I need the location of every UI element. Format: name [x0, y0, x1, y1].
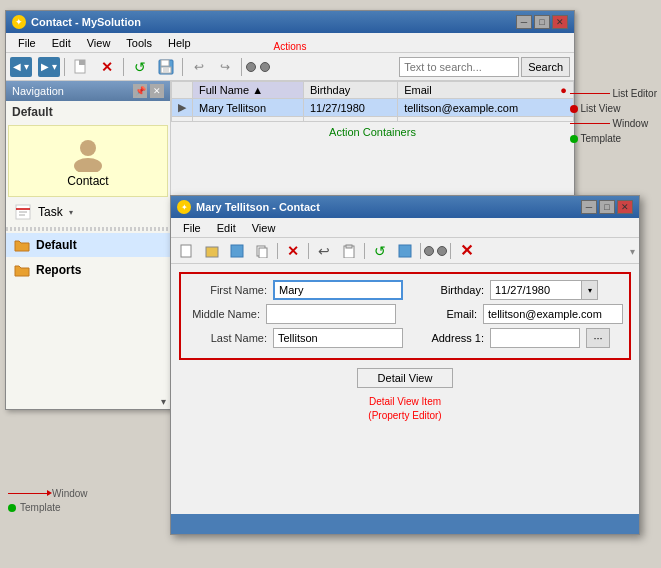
birthday-date-dropdown[interactable]: ▾ [490, 280, 598, 300]
detail-menu-file[interactable]: File [175, 220, 209, 236]
forward-button[interactable]: ▶ ▾ [38, 57, 60, 77]
nav-contact-item[interactable]: Contact [8, 125, 168, 197]
table-row[interactable]: ▶ Mary Tellitson 11/27/1980 tellitson@ex… [172, 99, 574, 117]
last-name-input[interactable] [273, 328, 403, 348]
svg-point-7 [74, 158, 102, 172]
address-ellipsis-btn[interactable]: ··· [586, 328, 610, 348]
middle-name-label: Middle Name: [187, 308, 260, 320]
detail-save-btn[interactable] [225, 240, 249, 262]
nav-scroll-down[interactable]: ▾ [161, 396, 166, 407]
address-input[interactable] [490, 328, 580, 348]
annot-dot-2 [570, 135, 578, 143]
detail-title-bar: ✦ Mary Tellitson - Contact ─ □ ✕ [171, 196, 639, 218]
detail-menu-edit[interactable]: Edit [209, 220, 244, 236]
detail-maximize-button[interactable]: □ [599, 200, 615, 214]
title-controls: ─ □ ✕ [516, 15, 568, 29]
new-button[interactable] [69, 56, 93, 78]
close-button[interactable]: ✕ [552, 15, 568, 29]
form-section: First Name: Birthday: ▾ Middle Name: Ema… [179, 272, 631, 360]
delete-button[interactable]: ✕ [95, 56, 119, 78]
detail-close-button[interactable]: ✕ [617, 200, 633, 214]
svg-point-6 [80, 140, 96, 156]
detail-save2-btn[interactable] [393, 240, 417, 262]
detail-open-btn[interactable] [200, 240, 224, 262]
detail-delete-btn[interactable]: ✕ [281, 240, 305, 262]
cell-birthday: 11/27/1980 [303, 99, 397, 117]
contact-label: Contact [67, 174, 108, 188]
birthday-label: Birthday: [419, 284, 484, 296]
birthday-dropdown-btn[interactable]: ▾ [581, 281, 597, 299]
detail-sep-3 [364, 243, 365, 259]
form-right-address: Address 1: ··· [419, 328, 610, 348]
detail-window: ✦ Mary Tellitson - Contact ─ □ ✕ File Ed… [170, 195, 640, 535]
col-birthday[interactable]: Birthday [303, 82, 397, 99]
nav-header-controls: 📌 ✕ [133, 84, 164, 98]
detail-minimize-button[interactable]: ─ [581, 200, 597, 214]
detail-undo-btn[interactable]: ↩ [312, 240, 336, 262]
table-row-empty [172, 117, 574, 122]
task-icon [14, 203, 32, 221]
reports-folder-icon [14, 262, 30, 278]
nav-task-item[interactable]: Task ▾ [6, 199, 170, 225]
email-input[interactable] [483, 304, 623, 324]
detail-sep-4 [420, 243, 421, 259]
search-input[interactable] [399, 57, 519, 77]
menu-file[interactable]: File [10, 35, 44, 51]
detail-view-item-label: Detail View Item [369, 396, 441, 407]
action-containers-label: Action Containers [171, 122, 574, 142]
window-annot-arrow [47, 490, 52, 496]
default-folder-icon [14, 237, 30, 253]
detail-toolbar-right: ▾ [630, 244, 635, 258]
detail-paste-btn[interactable] [337, 240, 361, 262]
nav-next-gray [260, 62, 270, 72]
last-name-label: Last Name: [187, 332, 267, 344]
detail-refresh-btn[interactable]: ↺ [368, 240, 392, 262]
redo-button[interactable]: ↪ [213, 56, 237, 78]
svg-rect-5 [163, 68, 169, 72]
detail-view-container: Detail View [179, 368, 631, 388]
birthday-input[interactable] [491, 284, 581, 296]
menu-view[interactable]: View [79, 35, 119, 51]
separator-3 [182, 58, 183, 76]
annot-dot-1 [570, 105, 578, 113]
middle-name-input[interactable] [266, 304, 396, 324]
maximize-button[interactable]: □ [534, 15, 550, 29]
window-annot-line [8, 493, 48, 494]
form-row-firstname: First Name: Birthday: ▾ [187, 280, 623, 300]
col-email[interactable]: Email ● [398, 82, 574, 99]
detail-title-left: ✦ Mary Tellitson - Contact [177, 200, 320, 214]
search-button[interactable]: Search [521, 57, 570, 77]
undo-button[interactable]: ↩ [187, 56, 211, 78]
detail-cancel-btn[interactable]: ✕ [454, 240, 478, 262]
nav-default-section[interactable]: Default [6, 233, 170, 257]
form-right-birthday: Birthday: ▾ [419, 280, 598, 300]
detail-menu-view[interactable]: View [244, 220, 284, 236]
detail-new-btn[interactable] [175, 240, 199, 262]
refresh-button[interactable]: ↺ [128, 56, 152, 78]
contact-list: Full Name ▲ Birthday Email ● ▶ [171, 81, 574, 122]
task-dropdown-arrow[interactable]: ▾ [69, 208, 73, 217]
svg-rect-16 [259, 248, 267, 258]
nav-default-label: Default [6, 101, 170, 123]
col-fullname[interactable]: Full Name ▲ [193, 82, 304, 99]
detail-copy-btn[interactable] [250, 240, 274, 262]
separator-4 [241, 58, 242, 76]
menu-help[interactable]: Help [160, 35, 199, 51]
save-button[interactable] [154, 56, 178, 78]
annotation-template: Template [570, 133, 657, 144]
email-label: Email: [412, 308, 477, 320]
minimize-button[interactable]: ─ [516, 15, 532, 29]
nav-close-button[interactable]: ✕ [150, 84, 164, 98]
menu-tools[interactable]: Tools [118, 35, 160, 51]
menu-edit[interactable]: Edit [44, 35, 79, 51]
nav-prev-gray [246, 62, 256, 72]
back-button[interactable]: ◀ ▾ [10, 57, 32, 77]
nav-pin-button[interactable]: 📌 [133, 84, 147, 98]
first-name-input[interactable] [273, 280, 403, 300]
app-icon: ✦ [12, 15, 26, 29]
form-container: First Name: Birthday: ▾ Middle Name: Ema… [171, 264, 639, 430]
bottom-annot-template: Template [8, 502, 88, 513]
nav-reports-section[interactable]: Reports [6, 258, 170, 282]
detail-view-button[interactable]: Detail View [357, 368, 454, 388]
cell-email: tellitson@example.com [398, 99, 574, 117]
